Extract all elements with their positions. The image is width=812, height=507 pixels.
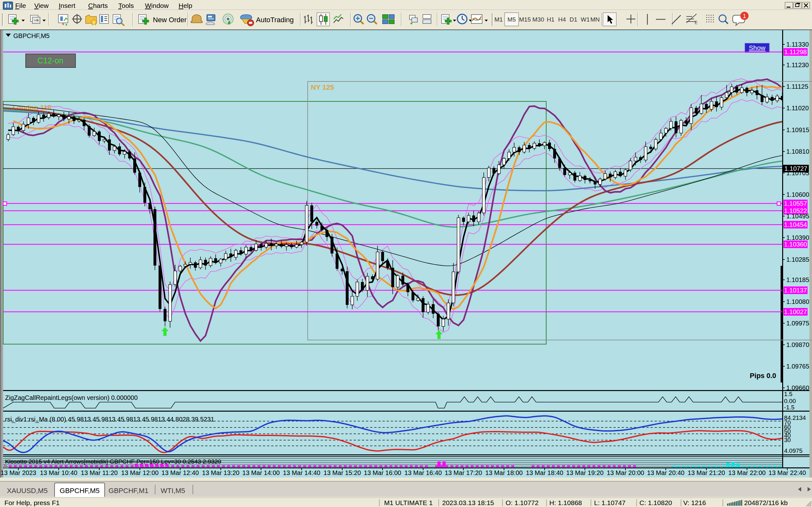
svg-text:1.11125: 1.11125 [786,83,808,90]
svg-text:13 Mar 15:20: 13 Mar 15:20 [323,469,361,476]
svg-text:M1 ULTIMATE 1: M1 ULTIMATE 1 [384,499,433,506]
svg-text:Pips 0.0: Pips 0.0 [750,372,776,380]
svg-text:-1.5: -1.5 [784,404,795,411]
svg-text:30: 30 [784,437,791,443]
svg-text:C: 1.10820: C: 1.10820 [640,499,672,506]
svg-text:13 Mar 11:20: 13 Mar 11:20 [81,469,118,476]
svg-text:1.10727: 1.10727 [784,165,807,172]
svg-text:1: 1 [743,13,746,19]
svg-text:Insert: Insert [59,2,75,9]
svg-text:13 Mar 19:20: 13 Mar 19:20 [566,469,604,476]
svg-text:1.09660: 1.09660 [786,384,809,391]
svg-text:Tools: Tools [118,2,134,9]
svg-text:rsi_div1:rsi_Ma (8.00) 45.9813: rsi_div1:rsi_Ma (8.00) 45.9813 45.9813 4… [5,416,214,423]
svg-text:13 Mar 16:40: 13 Mar 16:40 [404,469,442,476]
svg-text:D1: D1 [570,16,577,23]
svg-text:1.10285: 1.10285 [786,256,809,263]
svg-text:1.10810: 1.10810 [786,148,809,155]
svg-text:ZigZagCallRepaintLegs(own vers: ZigZagCallRepaintLegs(own version) 0.000… [5,394,138,401]
svg-text:1.10390: 1.10390 [786,234,809,241]
svg-text:13 Mar 18:00: 13 Mar 18:00 [485,469,523,476]
svg-text:GBPCHF,M1: GBPCHF,M1 [108,487,148,495]
svg-text:O: 1.10772: O: 1.10772 [506,499,539,506]
svg-text:1.11230: 1.11230 [786,61,809,68]
svg-text:1.5: 1.5 [784,391,792,397]
svg-text:1.09975: 1.09975 [786,320,809,327]
svg-text:H4: H4 [558,16,566,23]
svg-text:13 Mar 22:40: 13 Mar 22:40 [768,469,806,476]
svg-text:13 Mar 12:40: 13 Mar 12:40 [161,469,199,476]
svg-text:1.10185: 1.10185 [786,276,809,283]
svg-text:13 Mar 20:00: 13 Mar 20:00 [607,469,644,476]
svg-text:13 Mar 22:00: 13 Mar 22:00 [728,469,766,476]
svg-text:For Help, press F1: For Help, press F1 [4,499,60,506]
svg-text:1.10557: 1.10557 [784,200,807,207]
svg-text:Window: Window [145,2,169,9]
svg-text:204872/116 kb: 204872/116 kb [744,499,788,506]
svg-text:AutoTrading: AutoTrading [256,16,294,24]
svg-text:1.09765: 1.09765 [786,363,809,370]
svg-text:13 Mar 18:40: 13 Mar 18:40 [526,469,563,476]
svg-text:GBPCHF,M5: GBPCHF,M5 [60,487,100,495]
svg-text:M1: M1 [495,16,503,23]
svg-text:Klosotto 2015 v4 Alert Arrows: Klosotto 2015 v4 Alert Arrows[mobidik] G… [5,458,221,465]
svg-text:1.10915: 1.10915 [786,126,809,133]
svg-text:13 Mar 14:40: 13 Mar 14:40 [283,469,320,476]
svg-text:13 Mar 13:20: 13 Mar 13:20 [202,469,240,476]
svg-text:NY 125: NY 125 [311,83,334,91]
svg-text:1.10495: 1.10495 [786,213,809,220]
svg-text:1.10137: 1.10137 [784,287,807,294]
svg-text:Help: Help [179,2,192,9]
svg-text:GBPCHF,M5: GBPCHF,M5 [13,32,49,39]
svg-text:XAUUSD,M5: XAUUSD,M5 [7,487,48,495]
svg-text:1.09870: 1.09870 [786,341,809,348]
svg-text:13 Mar 20:40: 13 Mar 20:40 [647,469,684,476]
svg-text:13 Mar 17:20: 13 Mar 17:20 [445,469,482,476]
svg-text:View: View [34,2,49,9]
svg-text:1.10454: 1.10454 [784,221,807,228]
svg-text:E: E [695,20,698,25]
svg-text:Show: Show [749,44,766,51]
svg-text:1.11298: 1.11298 [784,49,807,55]
svg-text:13 Mar 16:00: 13 Mar 16:00 [364,469,401,476]
svg-text:H1: H1 [547,16,554,23]
svg-text:L: 1.10747: L: 1.10747 [594,499,625,506]
svg-text:13 Mar 21:20: 13 Mar 21:20 [688,469,725,476]
svg-text:13 Mar 10:40: 13 Mar 10:40 [40,469,78,476]
svg-text:V: 1216: V: 1216 [683,499,706,506]
svg-text:WTI,M5: WTI,M5 [161,487,185,495]
svg-text:H: 1.10868: H: 1.10868 [549,499,582,506]
svg-text:1.10600: 1.10600 [786,191,809,198]
svg-text:M15: M15 [519,16,531,23]
svg-text:0.00: 0.00 [784,398,796,404]
svg-text:M5: M5 [507,16,516,23]
svg-text:New Order: New Order [153,16,187,24]
svg-text:1.11020: 1.11020 [786,105,809,112]
svg-text:MN: MN [590,16,600,23]
svg-text:1.10080: 1.10080 [786,298,809,305]
svg-text:1.10360: 1.10360 [784,241,807,248]
svg-text:2023.03.13 18:15: 2023.03.13 18:15 [442,499,494,506]
svg-text:1.10027: 1.10027 [784,308,807,315]
svg-text:13 Mar 2023: 13 Mar 2023 [1,469,36,476]
svg-text:13 Mar 14:00: 13 Mar 14:00 [242,469,280,476]
svg-text:M30: M30 [532,16,544,23]
svg-text:13 Mar 12:00: 13 Mar 12:00 [121,469,159,476]
svg-text:4.0975: 4.0975 [784,447,803,454]
svg-text:W1: W1 [581,16,590,23]
svg-text:File: File [15,2,26,9]
svg-text:C12-on: C12-on [38,56,63,65]
svg-text:Charts: Charts [88,2,108,9]
svg-text:1.11330: 1.11330 [786,41,809,48]
